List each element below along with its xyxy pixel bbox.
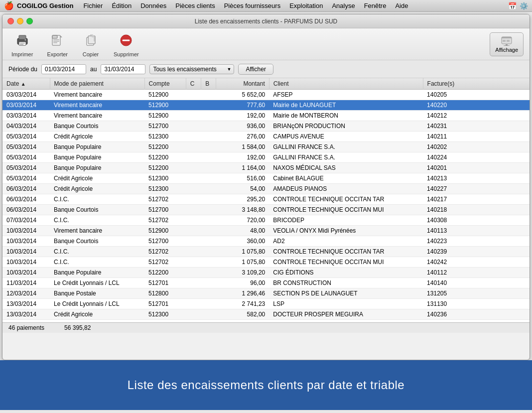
cell-date: 06/03/2014 <box>2 184 50 194</box>
table-row[interactable]: 05/03/2014 Crédit Agricole 512300 276,00… <box>2 132 530 142</box>
affichage-label: Affichage <box>495 47 518 53</box>
cell-montant: 1 584,00 <box>216 142 269 152</box>
copy-button[interactable]: Copier <box>79 29 103 59</box>
bottom-banner: Liste des encaissements clients par date… <box>0 360 532 410</box>
col-c[interactable]: C <box>186 78 201 90</box>
afficher-button[interactable]: Afficher <box>238 64 273 75</box>
date-to-input[interactable] <box>101 64 145 74</box>
table-row[interactable]: 03/03/2014 Virement bancaire 512900 777,… <box>2 100 530 111</box>
cell-montant: 1 075,80 <box>216 247 269 257</box>
cell-montant: 295,20 <box>216 194 269 205</box>
cell-mode: C.I.C. <box>50 257 144 268</box>
cell-compte: 512700 <box>144 121 186 132</box>
col-factures[interactable]: Facture(s) <box>423 78 530 90</box>
cell-factures: 140220 <box>423 100 530 111</box>
col-b[interactable]: B <box>201 78 216 90</box>
table-row[interactable]: 10/03/2014 C.I.C. 512702 1 075,80 CONTRO… <box>2 247 530 257</box>
cell-c <box>186 100 201 111</box>
table-row[interactable]: 05/03/2014 Crédit Agricole 512300 516,00… <box>2 173 530 184</box>
table-row[interactable]: 03/03/2014 Virement bancaire 512900 192,… <box>2 111 530 121</box>
table-row[interactable]: 12/03/2014 Banque Postale 512800 1 296,4… <box>2 288 530 299</box>
table-row[interactable]: 06/03/2014 Crédit Agricole 512300 54,00 … <box>2 184 530 194</box>
print-button[interactable]: Imprimer <box>8 29 36 59</box>
table-row[interactable]: 10/03/2014 C.I.C. 512702 1 075,80 CONTRO… <box>2 257 530 268</box>
cell-factures: 140242 <box>423 257 530 268</box>
cell-c <box>186 247 201 257</box>
close-button[interactable] <box>7 18 14 24</box>
payment-filter-select[interactable]: Tous les encaissements Encaissements reç… <box>149 64 234 74</box>
table-row[interactable]: 13/03/2014 Crédit Agricole 512300 582,00… <box>2 309 530 320</box>
copy-label: Copier <box>83 51 99 57</box>
table-row[interactable]: 05/03/2014 Banque Populaire 512200 192,0… <box>2 152 530 163</box>
cell-montant: 54,00 <box>216 184 269 194</box>
cell-client: CONTROLE TECHNIQUE OCCITAN TAR <box>269 194 423 205</box>
menu-aide[interactable]: Aide <box>391 1 412 10</box>
table-row[interactable]: 04/03/2014 Banque Courtois 512700 936,00… <box>2 121 530 132</box>
cell-b <box>201 215 216 226</box>
table-row[interactable]: 10/03/2014 Virement bancaire 512900 48,0… <box>2 226 530 236</box>
menu-donnees[interactable]: Données <box>136 1 170 10</box>
date-from-input[interactable] <box>41 64 86 74</box>
table-row[interactable]: 10/03/2014 Banque Populaire 512200 3 109… <box>2 268 530 278</box>
menu-edition[interactable]: Édition <box>108 1 135 10</box>
svg-rect-16 <box>502 37 512 38</box>
cell-b <box>201 184 216 194</box>
cell-mode: C.I.C. <box>50 194 144 205</box>
cell-montant: 96,00 <box>216 278 269 288</box>
col-date[interactable]: Date ▲ <box>2 78 50 90</box>
cell-montant: 1 164,00 <box>216 163 269 173</box>
cell-mode: Le Crédit Lyonnais / LCL <box>50 299 144 309</box>
cell-client: CAMPUS AVENUE <box>269 132 423 142</box>
cell-mode: Banque Courtois <box>50 121 144 132</box>
export-button[interactable]: Exporter <box>44 29 71 59</box>
cell-client: GALLINI FRANCE S.A. <box>269 152 423 163</box>
col-compte[interactable]: Compte <box>144 78 186 90</box>
col-mode[interactable]: Mode de paiement <box>50 78 144 90</box>
payments-count: 46 paiements <box>8 324 44 331</box>
cell-client: VEOLIA / ONYX Midi Pyrénées <box>269 226 423 236</box>
menu-pieces-clients[interactable]: Pièces clients <box>171 1 219 10</box>
cell-compte: 512200 <box>144 163 186 173</box>
cell-c <box>186 268 201 278</box>
table-row[interactable]: 06/03/2014 Banque Courtois 512700 3 148,… <box>2 205 530 215</box>
calendar-icon[interactable]: 📅 <box>508 2 517 10</box>
menu-analyse[interactable]: Analyse <box>328 1 359 10</box>
cell-c <box>186 215 201 226</box>
cell-client: BR CONSTRUCTION <box>269 278 423 288</box>
period-label: Période du <box>8 66 37 73</box>
settings-icon[interactable]: ⚙️ <box>520 2 528 10</box>
col-client[interactable]: Client <box>269 78 423 90</box>
cell-compte: 512702 <box>144 215 186 226</box>
menu-exploitation[interactable]: Exploitation <box>285 1 327 10</box>
delete-label: Supprimer <box>114 51 139 57</box>
minimize-button[interactable] <box>17 18 23 24</box>
table-row[interactable]: 10/03/2014 Banque Courtois 512700 360,00… <box>2 236 530 247</box>
cell-c <box>186 163 201 173</box>
svg-rect-1 <box>19 35 26 39</box>
table-row[interactable]: 06/03/2014 C.I.C. 512702 295,20 CONTROLE… <box>2 194 530 205</box>
menu-pieces-fournisseurs[interactable]: Pièces fournisseurs <box>220 1 284 10</box>
menu-fichier[interactable]: Fichier <box>79 1 107 10</box>
cell-b <box>201 142 216 152</box>
cell-date: 06/03/2014 <box>2 194 50 205</box>
table-row[interactable]: 03/03/2014 Virement bancaire 512900 5 65… <box>2 90 530 100</box>
delete-button[interactable]: Supprimer <box>111 29 142 59</box>
cell-b <box>201 278 216 288</box>
cell-date: 06/03/2014 <box>2 205 50 215</box>
cell-c <box>186 278 201 288</box>
cell-b <box>201 236 216 247</box>
maximize-button[interactable] <box>26 18 33 24</box>
cell-b <box>201 132 216 142</box>
table-row[interactable]: 05/03/2014 Banque Populaire 512200 1 584… <box>2 142 530 152</box>
affichage-button[interactable]: Affichage <box>490 32 524 56</box>
cell-c <box>186 194 201 205</box>
col-montant[interactable]: Montant <box>216 78 269 90</box>
table-row[interactable]: 11/03/2014 Le Crédit Lyonnais / LCL 5127… <box>2 278 530 288</box>
table-container[interactable]: Date ▲ Mode de paiement Compte C B Monta… <box>2 78 530 322</box>
table-row[interactable]: 05/03/2014 Banque Populaire 512200 1 164… <box>2 163 530 173</box>
apple-icon[interactable]: 🍎 <box>4 1 14 10</box>
cell-b <box>201 163 216 173</box>
table-row[interactable]: 13/03/2014 Le Crédit Lyonnais / LCL 5127… <box>2 299 530 309</box>
menu-fenetre[interactable]: Fenêtre <box>360 1 391 10</box>
table-row[interactable]: 07/03/2014 C.I.C. 512702 720,00 BRICODEP… <box>2 215 530 226</box>
